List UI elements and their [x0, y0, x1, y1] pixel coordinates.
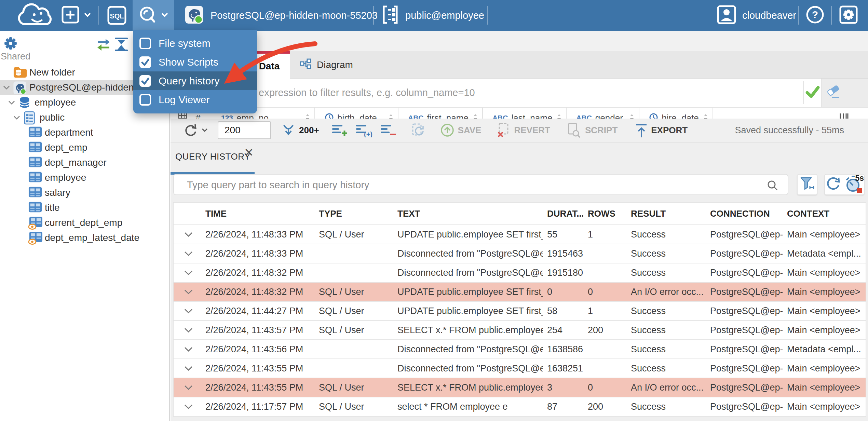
cloudbeaver-logo[interactable] — [10, 0, 58, 31]
column-header-rows[interactable]: ROWS — [583, 208, 626, 219]
sort-icon[interactable] — [304, 113, 311, 119]
query-history-row[interactable]: 2/26/2024, 11:43:55 PMSQL / UserSELECT x… — [174, 378, 866, 397]
menu-item-query-history[interactable]: Query history — [133, 71, 257, 90]
data-filter-bar[interactable]: expression to filter results, e.g. colum… — [171, 79, 868, 108]
new-connection-button[interactable] — [62, 0, 92, 31]
row-limit-input[interactable] — [218, 121, 271, 139]
query-history-row[interactable]: 2/26/2024, 11:48:33 PMSQL / UserUPDATE p… — [174, 225, 866, 244]
schema-selector[interactable]: public@employee — [381, 0, 484, 31]
expand-row-chevron-icon[interactable] — [174, 289, 201, 295]
cell-connection: PostgreSQL@ep-... — [706, 344, 783, 355]
history-refresh-group[interactable]: 5s — [824, 174, 865, 195]
tree-item-employee[interactable]: employee — [0, 170, 170, 185]
collapse-all-icon[interactable] — [113, 37, 129, 53]
tools-menu-button[interactable] — [138, 0, 169, 31]
tree-item-dept-manager[interactable]: dept_manager — [0, 155, 170, 170]
help-button[interactable]: ? — [806, 0, 824, 31]
menu-item-file-system[interactable]: File system — [133, 34, 257, 53]
close-icon[interactable]: ✕ — [244, 147, 254, 158]
query-history-row[interactable]: 2/26/2024, 11:43:55 PMDisconnected from … — [174, 359, 866, 378]
fetch-more-button[interactable]: 200+ — [281, 124, 319, 137]
refresh-script-button[interactable] — [410, 123, 426, 138]
script-button[interactable]: SCRIPT — [567, 123, 618, 138]
tree-item-current-dept-emp[interactable]: current_dept_emp — [0, 215, 170, 230]
expand-row-chevron-icon[interactable] — [174, 366, 201, 371]
sidebar-settings-gear-icon[interactable] — [3, 36, 18, 53]
query-history-row[interactable]: 2/26/2024, 11:48:33 PMDisconnected from … — [174, 244, 866, 263]
query-history-row[interactable]: 2/26/2024, 11:48:32 PMDisconnected from … — [174, 263, 866, 283]
refresh-button[interactable] — [184, 123, 208, 137]
chevron-down-icon[interactable] — [3, 85, 10, 91]
save-button[interactable]: SAVE — [440, 123, 482, 137]
cell-context: Main <employee> — [783, 402, 866, 412]
chevron-down-icon[interactable] — [13, 115, 21, 121]
column-header-connection[interactable]: CONNECTION — [706, 208, 783, 219]
user-menu[interactable]: cloudbeaver — [717, 0, 796, 31]
sort-icon[interactable] — [702, 113, 709, 119]
expand-row-chevron-icon[interactable] — [174, 251, 201, 257]
add-row-button[interactable] — [331, 123, 349, 137]
column-header-time[interactable]: TIME — [201, 208, 314, 219]
connection-selector[interactable]: PostgreSQL@ep-hidden-moon-55203 — [185, 0, 378, 31]
column-header-text[interactable]: TEXT — [393, 208, 543, 219]
sort-icon[interactable] — [472, 113, 479, 119]
grid-column-header-last-name[interactable]: ABClast_name — [483, 108, 567, 119]
query-history-row[interactable]: 2/26/2024, 11:17:57 PMSQL / Userselect *… — [174, 397, 866, 417]
expand-row-chevron-icon[interactable] — [174, 327, 201, 333]
export-button[interactable]: EXPORT — [635, 123, 688, 137]
tab-diagram[interactable]: Diagram — [291, 51, 362, 79]
column-header-type[interactable]: TYPE — [314, 208, 393, 219]
expand-row-chevron-icon[interactable] — [174, 308, 201, 314]
tree-item-salary[interactable]: salary — [0, 185, 170, 200]
column-header-result[interactable]: RESULT — [626, 208, 706, 219]
refresh-icon[interactable] — [826, 176, 841, 193]
menu-item-log-viewer[interactable]: Log Viewer — [133, 90, 257, 109]
checkbox-unchecked-icon[interactable] — [139, 38, 151, 49]
query-history-row[interactable]: 2/26/2024, 11:43:56 PMDisconnected from … — [174, 340, 866, 359]
columns-config-icon[interactable] — [839, 113, 849, 119]
sort-icon[interactable] — [628, 113, 635, 119]
user-name: cloudbeaver — [742, 10, 796, 21]
tree-item-department[interactable]: department — [0, 125, 170, 140]
tree-item-dept-emp-latest-date[interactable]: dept_emp_latest_date — [0, 230, 170, 245]
grid-column-header-gender[interactable]: ABCgender — [567, 108, 639, 119]
checkbox-checked-icon[interactable] — [139, 75, 151, 87]
eraser-icon[interactable] — [826, 85, 841, 101]
expand-row-chevron-icon[interactable] — [174, 404, 201, 410]
grid-column-header-birth-date[interactable]: birth_date — [315, 108, 398, 119]
tree-item-title[interactable]: title — [0, 200, 170, 215]
grid-column-header-hire-date[interactable]: hire_date — [639, 108, 713, 119]
expand-row-chevron-icon[interactable] — [174, 232, 201, 237]
tree-item-dept-emp[interactable]: dept_emp — [0, 140, 170, 155]
query-history-row[interactable]: 2/26/2024, 11:44:27 PMSQL / UserUPDATE p… — [174, 302, 866, 321]
duplicate-row-button[interactable]: (+) — [355, 123, 373, 137]
sort-icon[interactable] — [388, 113, 394, 119]
checkbox-checked-icon[interactable] — [139, 56, 151, 68]
sql-editor-button[interactable]: SQL — [107, 0, 126, 31]
query-history-row[interactable]: 2/26/2024, 11:48:32 PMSQL / UserUPDATE p… — [174, 283, 866, 302]
column-header-durat-[interactable]: DURAT... — [543, 208, 583, 219]
svg-text:?: ? — [812, 9, 818, 20]
query-history-tab[interactable]: QUERY HISTORY — [175, 151, 250, 162]
revert-button[interactable]: REVERT — [496, 123, 550, 138]
sort-icon[interactable] — [556, 113, 562, 119]
chevron-down-icon[interactable] — [8, 100, 15, 106]
apply-filter-button[interactable] — [803, 81, 822, 104]
sync-connection-icon[interactable] — [95, 38, 112, 53]
query-history-search-input[interactable] — [186, 176, 762, 194]
grid-column-header-first-name[interactable]: ABCfirst_name — [398, 108, 483, 119]
expand-row-chevron-icon[interactable] — [174, 347, 201, 352]
query-history-row[interactable]: 2/26/2024, 11:43:57 PMSQL / UserSELECT x… — [174, 321, 866, 340]
auto-refresh-timer-icon[interactable]: 5s — [844, 175, 863, 194]
column-header-context[interactable]: CONTEXT — [783, 208, 866, 219]
expand-row-chevron-icon[interactable] — [174, 270, 201, 276]
delete-row-button[interactable] — [380, 123, 397, 137]
search-icon[interactable] — [767, 179, 779, 193]
query-history-table: TIMETYPETEXTDURAT...ROWSRESULTCONNECTION… — [173, 202, 866, 417]
settings-button[interactable] — [839, 0, 858, 31]
expand-row-chevron-icon[interactable] — [174, 385, 201, 391]
checkbox-unchecked-icon[interactable] — [139, 94, 151, 106]
cell-context: Main <employee> — [783, 306, 866, 316]
menu-item-show-scripts[interactable]: Show Scripts — [133, 53, 257, 71]
history-filter-button[interactable] — [797, 174, 817, 195]
